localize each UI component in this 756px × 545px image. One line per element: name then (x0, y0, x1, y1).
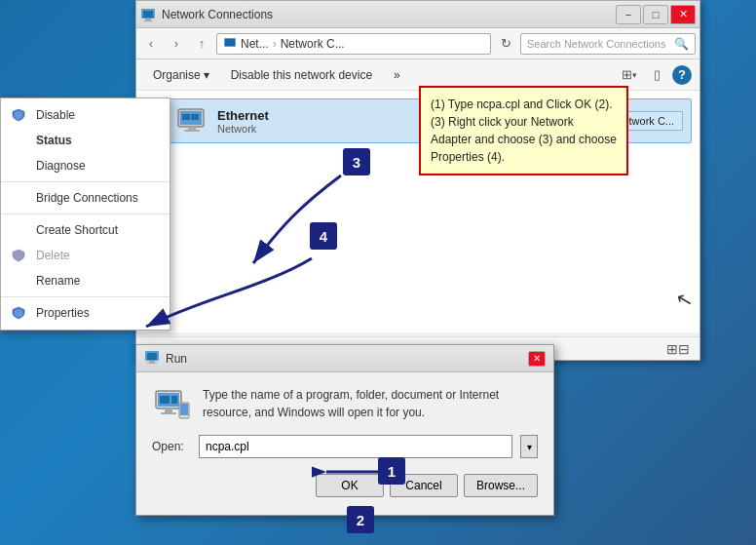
instruction-callout: (1) Type ncpa.cpl and Click OK (2). (3) … (419, 86, 628, 175)
run-dialog-icon (144, 349, 160, 368)
view-grid-button[interactable]: ⊞ ▾ (618, 63, 641, 87)
forward-button[interactable]: › (166, 33, 187, 55)
svg-rect-23 (171, 396, 177, 404)
window-icon (140, 7, 156, 22)
path-separator: › (273, 37, 277, 51)
run-description: Type the name of a program, folder, docu… (203, 386, 538, 421)
window-controls: − □ ✕ (616, 5, 696, 24)
context-menu: Disable Status Diagnose Bridge Connectio… (0, 97, 170, 331)
run-browse-button[interactable]: Browse... (464, 474, 538, 497)
run-open-row: Open: ▾ (152, 435, 538, 458)
up-button[interactable]: ↑ (191, 33, 212, 55)
path-segment-2: Network C... (281, 37, 345, 51)
view-panel-button[interactable]: ▯ (645, 63, 668, 87)
address-path[interactable]: Net... › Network C... (216, 33, 491, 55)
address-bar: ‹ › ↑ Net... › Network C... ↻ Search Net… (136, 28, 699, 59)
search-icon: 🔍 (674, 37, 689, 51)
menu-item-bridge[interactable]: Bridge Connections (1, 185, 170, 211)
run-close-button[interactable]: ✕ (528, 351, 546, 367)
delete-shield-icon (11, 248, 26, 263)
ethernet-icon (176, 105, 208, 136)
more-button[interactable]: » (385, 63, 409, 87)
run-open-label: Open: (152, 440, 191, 453)
toolbar-right: ⊞ ▾ ▯ ? (618, 63, 692, 87)
help-button[interactable]: ? (672, 65, 692, 85)
menu-item-status[interactable]: Status (1, 128, 170, 153)
svg-rect-22 (160, 396, 170, 404)
run-ok-button[interactable]: OK (316, 474, 384, 497)
svg-rect-21 (161, 412, 176, 414)
svg-rect-3 (143, 20, 153, 21)
menu-item-disable[interactable]: Disable (1, 102, 170, 128)
svg-rect-8 (188, 127, 196, 130)
svg-rect-17 (147, 363, 157, 364)
svg-rect-9 (184, 130, 200, 132)
path-segment-1: Net... (241, 37, 269, 51)
step-2-badge: 2 (347, 506, 374, 533)
run-dropdown-button[interactable]: ▾ (520, 435, 538, 458)
back-button[interactable]: ‹ (140, 33, 162, 55)
menu-item-diagnose[interactable]: Diagnose (1, 153, 170, 178)
minimize-button[interactable]: − (616, 5, 641, 24)
title-bar: Network Connections − □ ✕ (136, 1, 699, 28)
run-top-section: Type the name of a program, folder, docu… (152, 386, 538, 425)
svg-rect-25 (180, 404, 188, 415)
menu-item-create-shortcut[interactable]: Create Shortcut (1, 217, 170, 243)
run-pc-icon (152, 386, 191, 425)
svg-rect-10 (182, 114, 190, 120)
menu-separator-2 (1, 214, 170, 214)
menu-item-delete[interactable]: Delete (1, 243, 170, 268)
close-button[interactable]: ✕ (670, 5, 696, 24)
shield-icon (11, 107, 26, 123)
svg-rect-1 (143, 11, 153, 18)
menu-separator-1 (1, 181, 170, 182)
run-dialog-title-text: Run (166, 352, 528, 366)
menu-separator-3 (1, 296, 170, 297)
svg-rect-16 (149, 361, 155, 363)
step-4-badge: 4 (310, 222, 337, 250)
svg-rect-11 (191, 114, 199, 120)
menu-item-properties[interactable]: Properties (1, 300, 170, 326)
explorer-window: Network Connections − □ ✕ ‹ › ↑ Net... ›… (135, 0, 700, 361)
menu-item-rename[interactable]: Rename (1, 268, 170, 293)
disable-network-button[interactable]: Disable this network device (222, 63, 381, 87)
window-title: Network Connections (162, 8, 616, 21)
refresh-button[interactable]: ↻ (495, 33, 516, 55)
run-dialog: Run ✕ Type the name of a program, folder… (135, 344, 554, 516)
run-dialog-body: Type the name of a program, folder, docu… (136, 372, 553, 515)
svg-rect-2 (145, 19, 151, 20)
properties-shield-icon (11, 305, 26, 321)
step-1-badge: 1 (378, 457, 405, 485)
view-icons-icon: ⊞⊟ (666, 341, 690, 357)
search-placeholder: Search Network Connections (527, 38, 670, 50)
status-bar-right: ⊞⊟ (666, 341, 690, 357)
svg-rect-20 (165, 409, 172, 412)
run-open-input[interactable] (199, 435, 512, 458)
run-action-buttons: OK Cancel Browse... (152, 468, 538, 501)
organise-arrow-icon: ▾ (204, 68, 209, 82)
maximize-button[interactable]: □ (643, 5, 668, 24)
run-dialog-title-bar: Run ✕ (136, 345, 553, 372)
step-3-badge: 3 (343, 148, 370, 175)
search-box[interactable]: Search Network Connections 🔍 (520, 33, 696, 55)
svg-rect-5 (225, 39, 235, 46)
organise-button[interactable]: Organise ▾ (144, 63, 218, 87)
svg-rect-15 (147, 353, 157, 360)
